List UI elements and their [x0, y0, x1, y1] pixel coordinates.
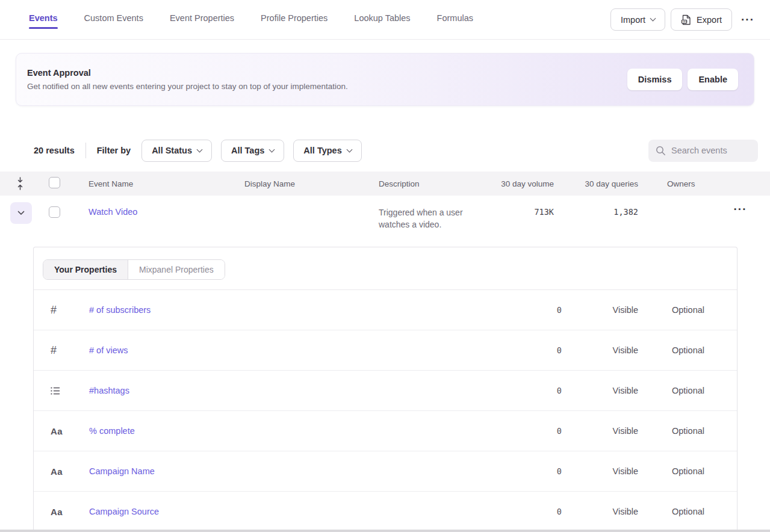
property-requirement: Optional — [638, 466, 704, 476]
event-approval-banner: Event Approval Get notified on all new e… — [16, 53, 754, 106]
number-type-icon — [51, 344, 89, 357]
filter-by-label: Filter by — [97, 146, 131, 155]
text-type-icon — [51, 466, 89, 477]
property-name-link[interactable]: Campaign Name — [89, 466, 501, 476]
banner-title: Event Approval — [27, 68, 348, 78]
event-row-watch-video: Watch Video Triggered when a user watche… — [0, 196, 770, 247]
property-visibility: Visible — [562, 507, 638, 516]
tab-profile-properties[interactable]: Profile Properties — [261, 0, 328, 29]
properties-tab-switcher: Your Properties Mixpanel Properties — [43, 259, 225, 280]
results-count: 20 results — [34, 146, 75, 155]
ellipsis-icon — [741, 16, 754, 25]
property-visibility: Visible — [562, 305, 638, 315]
types-filter-dropdown[interactable]: All Types — [293, 140, 361, 162]
filter-bar: 20 results Filter by All Status All Tags… — [34, 137, 758, 164]
status-filter-dropdown[interactable]: All Status — [141, 140, 212, 162]
property-row: Campaign Source 0 Visible Optional — [34, 492, 737, 532]
import-button[interactable]: Import — [610, 8, 665, 31]
status-filter-label: All Status — [152, 146, 192, 155]
property-row: % complete 0 Visible Optional — [34, 411, 737, 451]
event-volume: 713K — [499, 196, 554, 217]
tab-mixpanel-properties[interactable]: Mixpanel Properties — [128, 260, 225, 279]
column-header-owners[interactable]: Owners — [638, 179, 710, 188]
property-row: Campaign Name 0 Visible Optional — [34, 451, 737, 492]
svg-text:csv: csv — [682, 20, 687, 23]
tab-lookup-tables[interactable]: Lookup Tables — [354, 0, 410, 29]
nav-tabs: Events Custom Events Event Properties Pr… — [29, 0, 473, 39]
property-name-link[interactable]: #hashtags — [89, 386, 501, 395]
banner-description: Get notified on all new events entering … — [27, 82, 348, 91]
banner-actions: Dismiss Enable — [627, 69, 738, 90]
property-name-link[interactable]: # of views — [89, 345, 501, 355]
properties-tabs-bar: Your Properties Mixpanel Properties — [34, 247, 737, 290]
property-row: # of views 0 Visible Optional — [34, 330, 737, 371]
property-requirement: Optional — [638, 345, 704, 355]
column-header-volume[interactable]: 30 day volume — [499, 179, 554, 188]
chevron-down-icon — [17, 211, 25, 215]
text-type-icon — [51, 426, 89, 436]
property-name-link[interactable]: % complete — [89, 426, 501, 436]
nav-actions: Import csv Export — [610, 8, 758, 31]
property-visibility: Visible — [562, 386, 638, 395]
divider — [85, 143, 86, 158]
row-checkbox[interactable] — [49, 206, 60, 218]
property-row: #hashtags 0 Visible Optional — [34, 371, 737, 411]
text-type-icon — [51, 507, 89, 517]
property-value: 0 — [501, 507, 562, 516]
export-button-label: Export — [697, 15, 722, 25]
chevron-down-icon — [197, 146, 203, 152]
number-type-icon — [51, 304, 89, 317]
dismiss-button[interactable]: Dismiss — [627, 69, 683, 90]
column-header-description[interactable]: Description — [379, 179, 499, 188]
chevron-down-icon — [269, 146, 275, 152]
event-description: Triggered when a user watches a video. — [379, 196, 474, 230]
property-row: # of subscribers 0 Visible Optional — [34, 290, 737, 330]
list-type-icon — [51, 387, 89, 395]
collapse-all-button[interactable] — [0, 177, 40, 190]
property-requirement: Optional — [638, 426, 704, 436]
tab-event-properties[interactable]: Event Properties — [170, 0, 234, 29]
tags-filter-dropdown[interactable]: All Tags — [221, 140, 284, 162]
column-header-queries[interactable]: 30 day queries — [554, 179, 638, 188]
tags-filter-label: All Tags — [231, 146, 264, 155]
tab-your-properties[interactable]: Your Properties — [43, 260, 128, 279]
property-visibility: Visible — [562, 426, 638, 436]
property-name-link[interactable]: Campaign Source — [89, 507, 501, 516]
tab-formulas[interactable]: Formulas — [437, 0, 473, 29]
search-box — [648, 140, 758, 162]
import-button-label: Import — [621, 15, 645, 25]
banner-text: Event Approval Get notified on all new e… — [27, 68, 348, 91]
top-nav: Events Custom Events Event Properties Pr… — [0, 0, 770, 40]
property-requirement: Optional — [638, 507, 704, 516]
enable-button[interactable]: Enable — [688, 69, 738, 90]
column-header-display-name[interactable]: Display Name — [244, 179, 379, 188]
column-header-event-name[interactable]: Event Name — [88, 179, 244, 188]
property-visibility: Visible — [562, 345, 638, 355]
property-value: 0 — [501, 305, 562, 315]
events-table-header: Event Name Display Name Description 30 d… — [0, 172, 770, 196]
search-icon — [656, 146, 666, 156]
event-queries: 1,382 — [554, 196, 638, 217]
ellipsis-icon — [734, 206, 747, 215]
property-name-link[interactable]: # of subscribers — [89, 305, 501, 315]
property-value: 0 — [501, 345, 562, 355]
event-name-link[interactable]: Watch Video — [88, 196, 244, 217]
property-value: 0 — [501, 426, 562, 436]
export-button[interactable]: csv Export — [671, 8, 732, 31]
property-visibility: Visible — [562, 466, 638, 476]
tab-custom-events[interactable]: Custom Events — [84, 0, 143, 29]
property-requirement: Optional — [638, 305, 704, 315]
scrollbar-track[interactable] — [0, 530, 770, 532]
more-menu-button[interactable] — [737, 12, 758, 28]
property-requirement: Optional — [638, 386, 704, 395]
chevron-down-icon — [346, 146, 352, 152]
search-input[interactable] — [671, 146, 751, 155]
property-value: 0 — [501, 386, 562, 395]
tab-events[interactable]: Events — [29, 0, 58, 29]
select-all-checkbox[interactable] — [49, 177, 60, 188]
types-filter-label: All Types — [303, 146, 341, 155]
row-more-menu-button[interactable] — [730, 202, 751, 217]
collapse-all-icon — [16, 177, 24, 190]
property-value: 0 — [501, 466, 562, 476]
collapse-row-button[interactable] — [10, 202, 32, 224]
